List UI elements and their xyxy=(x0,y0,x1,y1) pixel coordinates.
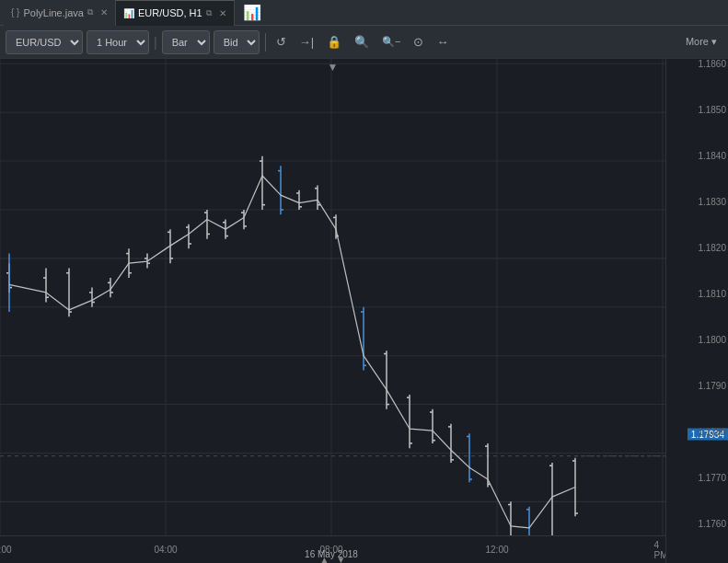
price-1840: 1.1840 xyxy=(698,151,726,161)
chart-type-selector[interactable]: Bar xyxy=(162,30,210,54)
collapse-arrow-icon[interactable]: ▼ xyxy=(328,61,339,74)
eurusd-close-icon[interactable]: ✕ xyxy=(219,8,226,18)
refresh-button[interactable]: ↺ xyxy=(272,30,291,54)
scroll-arrows[interactable]: ▲ ▼ xyxy=(320,555,346,563)
time-label-1200: 12:00 xyxy=(485,545,508,555)
zoom-fit-button[interactable]: ⊙ xyxy=(409,30,428,54)
lock-button[interactable]: 🔒 xyxy=(322,30,346,54)
price-1820: 1.1820 xyxy=(698,243,726,253)
price-1780: 1.1780 xyxy=(698,427,726,437)
chart-container: ▼ xyxy=(0,59,728,563)
tab-eurusd[interactable]: 📊 EUR/USD, H1 ⧉ ✕ xyxy=(116,0,235,26)
time-label-4pm: 4 PM xyxy=(654,540,666,560)
tab-polyline[interactable]: { } PolyLine.java ⧉ ✕ xyxy=(4,0,116,26)
chart-svg xyxy=(0,59,665,563)
zoom-out-button[interactable]: 🔍− xyxy=(377,30,405,54)
scroll-button[interactable]: ↔ xyxy=(432,30,453,54)
scroll-up-icon[interactable]: ▲ xyxy=(320,555,329,563)
polyline-link-icon: ⧉ xyxy=(87,7,93,17)
timeframe-selector[interactable]: 1 Hour xyxy=(87,30,149,54)
eurusd-link-icon: ⧉ xyxy=(206,8,212,18)
price-1800: 1.1800 xyxy=(698,335,726,345)
scroll-right-button[interactable]: →| xyxy=(295,30,318,54)
price-1810: 1.1810 xyxy=(698,289,726,299)
scroll-down-icon[interactable]: ▼ xyxy=(337,555,346,563)
symbol-selector[interactable]: EUR/USD xyxy=(6,30,83,54)
price-1850: 1.1850 xyxy=(698,105,726,115)
eurusd-tab-label: EUR/USD, H1 xyxy=(138,7,202,18)
toolbar-separator-1 xyxy=(265,33,266,52)
chart-icon: 📊 xyxy=(123,8,134,18)
tab-bar: { } PolyLine.java ⧉ ✕ 📊 EUR/USD, H1 ⧉ ✕ … xyxy=(0,0,728,26)
toolbar: EUR/USD 1 Hour | Bar Bid ↺ →| 🔒 🔍 🔍− ⊙ ↔… xyxy=(0,26,728,59)
time-label-0400: 04:00 xyxy=(154,545,177,555)
polyline-tab-label: PolyLine.java xyxy=(23,7,83,18)
time-axis: 00:00 04:00 08:00 12:00 4 PM 16 May 2018… xyxy=(0,535,665,563)
zoom-in-button[interactable]: 🔍 xyxy=(350,30,374,54)
price-1790: 1.1790 xyxy=(698,381,726,391)
price-1830: 1.1830 xyxy=(698,197,726,207)
price-1770: 1.1770 xyxy=(698,473,726,483)
new-chart-button[interactable]: 📊 xyxy=(238,1,266,25)
price-1760: 1.1760 xyxy=(698,519,726,529)
polyline-icon: { } xyxy=(11,7,19,17)
price-1860: 1.1860 xyxy=(698,59,726,69)
price-axis: 1.1860 1.1850 1.1840 1.1830 1.1820 1.181… xyxy=(665,59,728,563)
chart-main[interactable]: ▼ xyxy=(0,59,665,563)
time-label-0000: 00:00 xyxy=(0,545,12,555)
more-button[interactable]: More ▾ xyxy=(680,34,722,50)
price-type-selector[interactable]: Bid xyxy=(214,30,260,54)
polyline-close-icon[interactable]: ✕ xyxy=(100,7,108,17)
